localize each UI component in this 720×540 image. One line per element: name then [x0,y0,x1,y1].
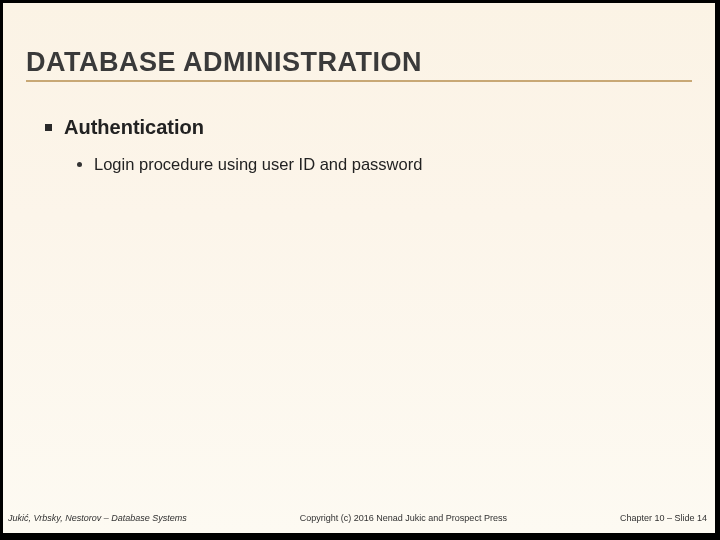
title-block: DATABASE ADMINISTRATION [26,47,692,82]
footer-center: Copyright (c) 2016 Nenad Jukic and Prosp… [187,513,620,523]
bullet-l1-text: Authentication [64,116,204,139]
footer-right: Chapter 10 – Slide 14 [620,513,707,523]
bullet-level1: Authentication [45,116,204,139]
bullet-l2-text: Login procedure using user ID and passwo… [94,155,422,174]
bullet-level2: Login procedure using user ID and passwo… [77,155,422,174]
slide: DATABASE ADMINISTRATION Authentication L… [3,3,715,533]
dot-bullet-icon [77,162,82,167]
footer-left: Jukić, Vrbsky, Nestorov – Database Syste… [8,513,187,523]
footer: Jukić, Vrbsky, Nestorov – Database Syste… [6,513,709,523]
slide-title: DATABASE ADMINISTRATION [26,47,692,80]
square-bullet-icon [45,124,52,131]
title-underline [26,80,692,82]
